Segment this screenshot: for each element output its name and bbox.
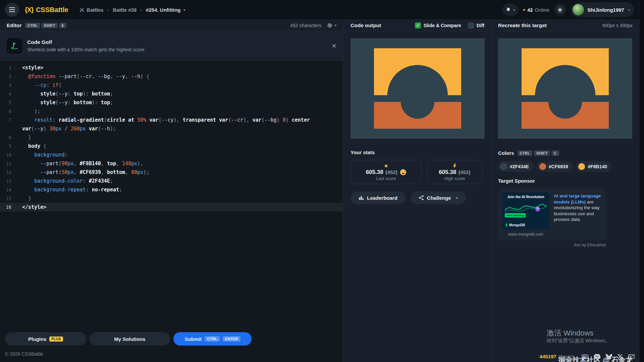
theme-toggle-button[interactable] <box>554 4 566 16</box>
code-line[interactable]: 6 ); <box>0 107 343 116</box>
color-hex-label: #CF6939 <box>549 164 568 169</box>
menu-button[interactable] <box>5 3 19 17</box>
plugins-button[interactable]: Plugins PLUS <box>5 332 86 346</box>
stat-card: 605.38{452}High score <box>427 160 483 184</box>
key-shift: SHIFT <box>534 150 550 156</box>
windows-watermark-line1: 激活 Windows <box>547 328 593 338</box>
target-body: Colors CTRL SHIFT C #2F434E#CF6939#F8B14… <box>492 31 644 362</box>
code-text: background-color: #2F434E; <box>22 178 113 184</box>
code-line[interactable]: 4 style(--y: top): bottom; <box>0 89 343 98</box>
fold-icon[interactable]: ⌄⌄ <box>11 75 22 78</box>
discord-icon[interactable] <box>594 354 600 359</box>
banner-texts: Code Golf Shortest code with a 100% matc… <box>27 39 144 52</box>
ad-attribution[interactable]: Ads by EthicalAds <box>498 243 606 247</box>
key-ctrl: CTRL <box>205 336 220 342</box>
banner-title: Code Golf <box>27 39 144 45</box>
logo-text: CSSBattle <box>36 6 68 14</box>
close-icon[interactable]: × <box>332 42 336 50</box>
ad-card: Join the AI Revolution Start Building <box>498 188 606 241</box>
slide-compare-toggle[interactable]: ✓ Slide & Compare <box>415 22 461 28</box>
breadcrumb-current-target[interactable]: #254. Unfitting ▾ <box>146 7 185 13</box>
ad-image-title: Join the AI Revolution <box>502 195 549 199</box>
code-line[interactable]: 12 --part(50px, #CF6939, bottom, 80px); <box>0 168 343 177</box>
stat-label: High score <box>444 176 465 181</box>
color-chip[interactable]: #F8B140 <box>576 161 612 172</box>
color-chip[interactable]: #CF6939 <box>537 161 573 172</box>
score-value: 605.38 <box>366 169 383 176</box>
scrollbar-track[interactable] <box>639 0 644 362</box>
code-line[interactable]: 10 background: <box>0 150 343 159</box>
line-number: 13 <box>0 178 11 184</box>
chevron-down-icon: ▾ <box>456 196 458 200</box>
breadcrumb-battle-label: Battle #39 <box>113 7 137 13</box>
code-line[interactable]: 9⌄⌄ body { <box>0 142 343 150</box>
navbar-right: ▾ • 42 Online ShiJinlong1997 ▾ <box>502 2 634 17</box>
avatar <box>573 4 584 15</box>
x-icon[interactable] <box>618 354 623 359</box>
swords-icon <box>79 7 85 12</box>
color-chip[interactable]: #2F434E <box>498 161 534 172</box>
logo[interactable]: {X} CSSBattle <box>25 6 68 14</box>
copyright-footer: © 2026 CSSBattle <box>0 349 343 362</box>
fold-icon[interactable]: ⌄⌄ <box>11 66 22 70</box>
target-sponsor-title: Target Sponsor <box>498 178 644 184</box>
code-line[interactable]: 3 --cy: if( <box>0 81 343 89</box>
notifications-button[interactable]: ▾ <box>502 4 518 16</box>
target-image[interactable] <box>498 38 632 139</box>
code-line[interactable]: 7 result: radial-gradient(circle at 50% … <box>0 116 343 124</box>
code-output-render[interactable] <box>351 38 485 139</box>
app-root: {X} CSSBattle Battles › Battle #39 › #25… <box>0 0 644 362</box>
code-line[interactable]: 13 background-color: #2F434E; <box>0 177 343 185</box>
char-count-badge: {452} <box>458 169 471 175</box>
fold-icon[interactable]: ⌄⌄ <box>11 144 22 148</box>
editor-header-right: 452 characters ▾ <box>290 22 336 28</box>
code-editor[interactable]: 1⌄⌄<style>2⌄⌄ @function --part(--cr, --b… <box>0 61 343 329</box>
golf-flag-icon <box>7 38 22 54</box>
checkbox-unchecked-icon <box>468 22 474 28</box>
ad-image[interactable]: Join the AI Revolution Start Building <box>502 192 549 229</box>
target-panel: Recreate this target 400px x 300px Color… <box>491 20 644 362</box>
submit-button[interactable]: Submit CTRL ENTER <box>173 332 252 346</box>
code-line[interactable]: 5 style(--y: bottom): top; <box>0 98 343 107</box>
code-line[interactable]: var(--y) 30px / 260px var(--h); <box>0 124 343 133</box>
code-line[interactable]: 15 } <box>0 194 343 203</box>
editor-header: Editor CTRL SHIFT E 452 characters ▾ <box>0 20 343 31</box>
line-number: 15 <box>0 196 11 201</box>
code-text: } <box>22 195 31 201</box>
ad-cta-button[interactable]: Start Building <box>505 213 526 218</box>
keyboard-icon[interactable] <box>582 354 588 359</box>
leaderboard-button[interactable]: Leaderboard <box>351 191 406 204</box>
mail-icon[interactable] <box>628 354 635 359</box>
code-line[interactable]: 2⌄⌄ @function --part(--cr, --bg, --y, --… <box>0 72 343 81</box>
my-solutions-button[interactable]: My Solutions <box>90 332 170 346</box>
players-text: 445197players <box>540 354 574 359</box>
code-line[interactable]: 1⌄⌄<style> <box>0 63 343 72</box>
players-footer: 445197players <box>540 354 635 359</box>
breadcrumb-separator: › <box>140 7 142 13</box>
challenge-button[interactable]: Challenge ▾ <box>411 191 466 204</box>
key-ctrl: CTRL <box>25 23 40 28</box>
code-text: --cy: if( <box>22 82 61 88</box>
code-line[interactable]: 16</style> <box>0 203 343 212</box>
code-line[interactable]: 8 } <box>0 133 343 142</box>
bluesky-icon[interactable] <box>606 354 612 359</box>
breadcrumb-battles[interactable]: Battles <box>79 7 104 13</box>
chevron-down-icon: ▾ <box>513 8 515 12</box>
code-text: result: radial-gradient(circle at 50% va… <box>22 117 310 123</box>
editor-settings-button[interactable]: ▾ <box>327 22 336 28</box>
breadcrumb-separator: › <box>107 7 109 13</box>
breadcrumb-battle[interactable]: Battle #39 <box>113 7 137 13</box>
output-body: Your stats ★605.38{452}Last score605.38{… <box>343 31 491 211</box>
code-line[interactable]: 14 background-repeat: no-repeat; <box>0 185 343 194</box>
leaderboard-icon <box>359 195 364 200</box>
ad-link[interactable]: AI and large language models (LLMs) <box>554 193 601 204</box>
line-number: 12 <box>0 170 11 175</box>
diff-toggle[interactable]: Diff <box>468 22 484 28</box>
code-lines: 1⌄⌄<style>2⌄⌄ @function --part(--cr, --b… <box>0 63 343 212</box>
plus-badge: PLUS <box>49 337 63 342</box>
user-menu[interactable]: ShiJinlong1997 ▾ <box>571 2 634 17</box>
code-line[interactable]: 11 --part(90px, #F8B140, top, 140px), <box>0 159 343 168</box>
output-header: Code output ✓ Slide & Compare Diff <box>343 20 491 31</box>
line-number: 7 <box>0 117 11 123</box>
code-text: style(--y: bottom): top; <box>22 100 113 106</box>
